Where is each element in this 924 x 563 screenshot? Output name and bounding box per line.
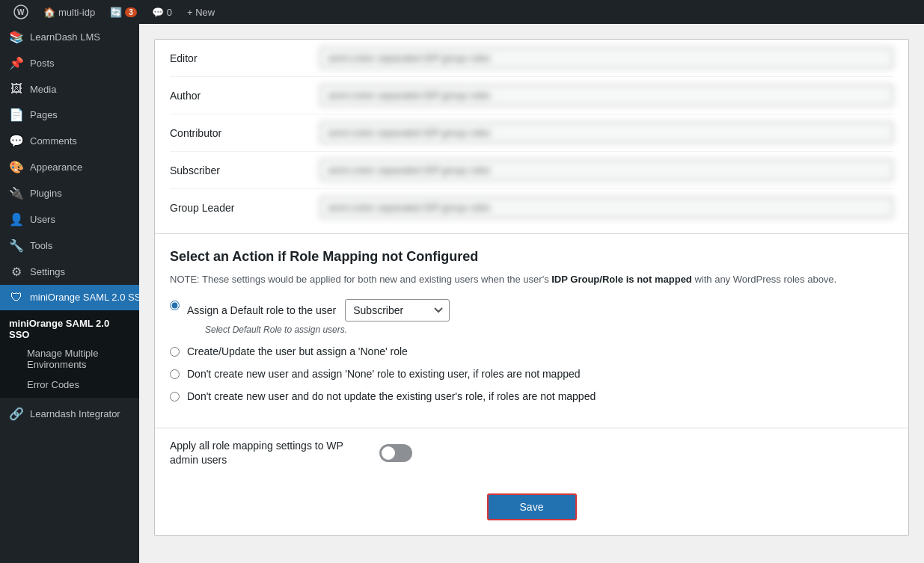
media-icon: 🖼 (9, 82, 24, 96)
table-row: Contributor semi-colon separated IDP gro… (170, 114, 893, 152)
author-label: Author (170, 90, 319, 102)
miniorange-icon: 🛡 (9, 291, 24, 304)
radio-no-create-no-update[interactable] (170, 392, 180, 402)
contributor-label: Contributor (170, 127, 319, 139)
editor-input[interactable]: semi-colon separated IDP group roles (319, 47, 893, 69)
sidebar-item-label: Settings (30, 266, 65, 277)
content-area: Editor semi-colon separated IDP group ro… (139, 24, 924, 563)
pages-icon: 📄 (9, 108, 24, 122)
content-panel: Editor semi-colon separated IDP group ro… (154, 39, 909, 536)
create-none-label: Create/Update the user but assign a 'Non… (187, 345, 408, 357)
sidebar-item-label: Users (30, 214, 55, 225)
radio-option-no-create-no-update: Don't create new user and do not update … (170, 390, 893, 402)
sidebar-item-pages[interactable]: 📄 Pages (0, 102, 139, 128)
editor-label: Editor (170, 52, 319, 64)
role-mapping-table: Editor semi-colon separated IDP group ro… (155, 40, 908, 226)
radio-create-none[interactable] (170, 347, 180, 357)
sidebar-item-settings[interactable]: ⚙ Settings (0, 259, 139, 285)
submenu-title: miniOrange SAML 2.0 SSO (0, 313, 139, 343)
section-title: Select an Action if Role Mapping not Con… (155, 233, 908, 272)
sidebar-item-label: Posts (30, 58, 55, 69)
miniorange-submenu: miniOrange SAML 2.0 SSO Manage Multiple … (0, 310, 139, 398)
updates-badge: 3 (125, 7, 137, 17)
toggle-label: Apply all role mapping settings to WP ad… (170, 439, 364, 468)
sidebar-item-comments[interactable]: 💬 Comments (0, 128, 139, 154)
sidebar-item-learndash[interactable]: 📚 LearnDash LMS (0, 24, 139, 50)
posts-icon: 📌 (9, 56, 24, 70)
sidebar: 📚 LearnDash LMS 📌 Posts 🖼 Media 📄 Pages … (0, 24, 139, 563)
no-create-no-update-label: Don't create new user and do not update … (187, 390, 596, 402)
svg-text:W: W (17, 8, 25, 16)
save-button[interactable]: Save (487, 493, 577, 520)
sidebar-item-label: Pages (30, 109, 58, 120)
sidebar-item-plugins[interactable]: 🔌 Plugins (0, 180, 139, 206)
sidebar-item-label: Comments (30, 135, 77, 147)
group-leader-input[interactable]: semi-colon separated IDP group roles (319, 197, 893, 218)
learndash-icon: 📚 (9, 30, 24, 44)
settings-icon: ⚙ (9, 265, 24, 279)
radio-option-no-create-none: Don't create new user and assign 'None' … (170, 368, 893, 380)
users-icon: 👤 (9, 212, 24, 227)
subscriber-label: Subscriber (170, 164, 319, 176)
sidebar-item-label: Plugins (30, 188, 62, 199)
author-input[interactable]: semi-colon separated IDP group roles (319, 84, 893, 106)
sidebar-item-users[interactable]: 👤 Users (0, 206, 139, 233)
sidebar-item-label: Appearance (30, 161, 82, 173)
comments-button[interactable]: 💬 0 (144, 0, 180, 24)
note-suffix: with any WordPress roles above. (692, 274, 836, 285)
plugins-icon: 🔌 (9, 186, 24, 200)
assign-default-label: Assign a Default role to the user (187, 304, 336, 316)
learndash-integrator-icon: 🔗 (9, 407, 24, 421)
learndash-integrator-label: Learndash Integrator (30, 408, 120, 419)
contributor-input[interactable]: semi-colon separated IDP group roles (319, 122, 893, 144)
table-row: Editor semi-colon separated IDP group ro… (170, 40, 893, 77)
tools-icon: 🔧 (9, 239, 24, 253)
sidebar-item-posts[interactable]: 📌 Posts (0, 50, 139, 76)
table-row: Author semi-colon separated IDP group ro… (170, 77, 893, 114)
no-create-none-label: Don't create new user and assign 'None' … (187, 368, 581, 380)
sidebar-item-miniorange[interactable]: 🛡 miniOrange SAML 2.0 SSO (0, 285, 139, 310)
comments-count: 0 (167, 7, 172, 18)
sidebar-item-learndash-integrator[interactable]: 🔗 Learndash Integrator (0, 401, 139, 427)
radio-options-section: Assign a Default role to the user Subscr… (155, 299, 908, 428)
save-area: Save (155, 479, 908, 535)
radio-option-assign-default: Assign a Default role to the user Subscr… (170, 299, 893, 335)
note-prefix: NOTE: These settings would be applied fo… (170, 274, 551, 285)
note-bold: IDP Group/Role is not mapped (551, 274, 692, 285)
sidebar-item-error-codes[interactable]: Error Codes (0, 375, 139, 395)
sidebar-item-label: Tools (30, 240, 52, 251)
updates-button[interactable]: 🔄 3 (103, 0, 144, 24)
group-leader-label: Group Leader (170, 202, 319, 214)
sidebar-item-label: LearnDash LMS (30, 31, 100, 43)
table-row: Subscriber semi-colon separated IDP grou… (170, 152, 893, 189)
toggle-section: Apply all role mapping settings to WP ad… (155, 428, 908, 479)
select-hint: Select Default Role to assign users. (205, 324, 450, 335)
radio-assign-default[interactable] (170, 301, 180, 310)
toggle-switch[interactable] (379, 444, 412, 462)
default-role-select[interactable]: Subscriber Administrator Editor Author C… (345, 299, 450, 322)
site-name-label: multi-idp (58, 7, 95, 18)
sidebar-item-label: Media (30, 84, 56, 95)
radio-option-create-none: Create/Update the user but assign a 'Non… (170, 345, 893, 357)
toggle-slider (379, 444, 412, 462)
wp-logo-button[interactable]: W (6, 0, 36, 24)
radio-no-create-none[interactable] (170, 369, 180, 379)
new-label: + New (187, 7, 215, 18)
new-content-button[interactable]: + New (180, 0, 222, 24)
comments-icon: 💬 (9, 134, 24, 148)
miniorange-label: miniOrange SAML 2.0 SSO (30, 292, 139, 304)
sidebar-item-tools[interactable]: 🔧 Tools (0, 233, 139, 259)
admin-bar: W 🏠 multi-idp 🔄 3 💬 0 + New (0, 0, 924, 24)
subscriber-input[interactable]: semi-colon separated IDP group roles (319, 159, 893, 181)
sidebar-item-appearance[interactable]: 🎨 Appearance (0, 154, 139, 180)
site-name-button[interactable]: 🏠 multi-idp (36, 0, 103, 24)
table-row: Group Leader semi-colon separated IDP gr… (170, 189, 893, 226)
sidebar-item-media[interactable]: 🖼 Media (0, 76, 139, 102)
sidebar-item-manage-multiple[interactable]: Manage Multiple Environments (0, 343, 139, 375)
section-note: NOTE: These settings would be applied fo… (155, 272, 908, 299)
appearance-icon: 🎨 (9, 160, 24, 174)
